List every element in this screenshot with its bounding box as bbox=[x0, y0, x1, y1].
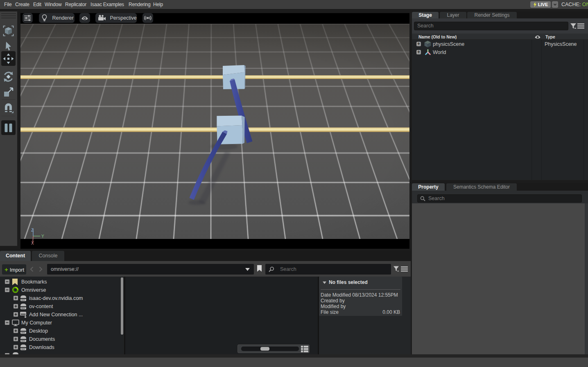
svg-text:Z: Z bbox=[31, 228, 34, 232]
svg-text:X: X bbox=[31, 241, 34, 245]
svg-text:Y: Y bbox=[41, 234, 44, 239]
